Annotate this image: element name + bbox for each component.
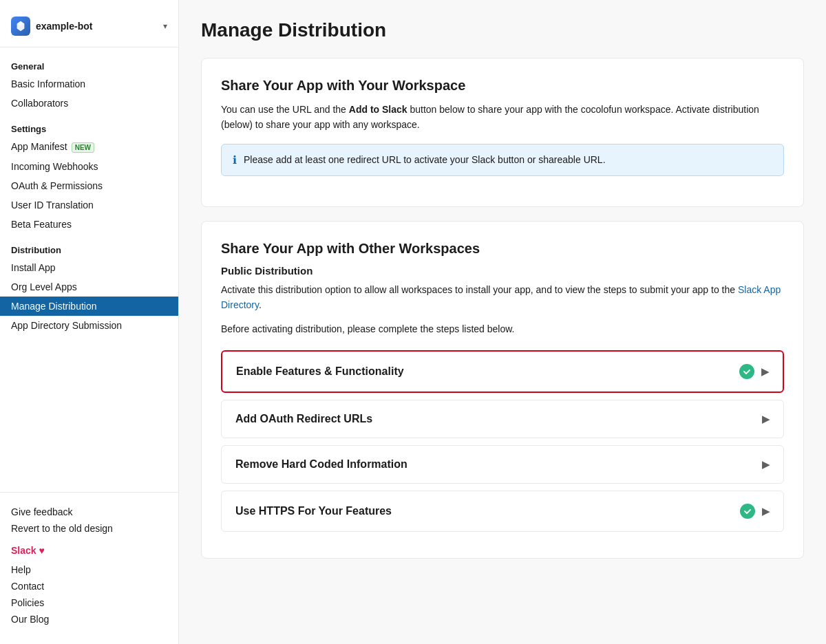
sidebar-slack-love: Slack ♥ [11, 542, 167, 559]
info-box-text: Please add at least one redirect URL to … [244, 153, 606, 167]
sidebar-item-app-directory-submission[interactable]: App Directory Submission [0, 316, 178, 335]
expand-row-use-https-title: Use HTTPS For Your Features [235, 505, 392, 517]
expand-row-use-https-header[interactable]: Use HTTPS For Your Features ▶ [222, 491, 783, 531]
sidebar-footer: Give feedback Revert to the old design S… [0, 492, 178, 633]
expand-row-remove-hard-coded-title: Remove Hard Coded Information [235, 458, 407, 471]
main-content: Manage Distribution Share Your App with … [179, 0, 826, 644]
expand-row-add-oauth-right: ▶ [762, 414, 770, 425]
distribution-section-label: Distribution [0, 239, 178, 258]
sidebar-item-basic-information[interactable]: Basic Information [0, 74, 178, 94]
expand-row-enable-features-title: Enable Features & Functionality [236, 365, 404, 378]
expand-row-enable-features-right: ▶ [739, 364, 769, 379]
info-circle-icon: ℹ [233, 153, 237, 167]
expand-row-enable-features: Enable Features & Functionality ▶ [221, 350, 784, 393]
sidebar-section-general: General Basic Information Collaborators [0, 56, 178, 113]
app-selector[interactable]: example-bot ▾ [0, 11, 178, 47]
share-other-title: Share Your App with Other Workspaces [221, 241, 784, 257]
sidebar-footer-give-feedback[interactable]: Give feedback [11, 504, 167, 520]
expand-rows-list: Enable Features & Functionality ▶ Add OA… [221, 350, 784, 532]
expand-row-add-oauth: Add OAuth Redirect URLs ▶ [221, 400, 784, 438]
general-section-label: General [0, 56, 178, 74]
sidebar-section-settings: Settings App ManifestNEW Incoming Webhoo… [0, 118, 178, 234]
expand-row-use-https: Use HTTPS For Your Features ▶ [221, 491, 784, 532]
sidebar-bottom-links: Help Contact Policies Our Blog [11, 561, 167, 627]
enable-features-check-circle [739, 364, 754, 379]
public-distribution-subtitle: Public Distribution [221, 265, 784, 277]
enable-features-chevron: ▶ [761, 366, 769, 377]
expand-row-remove-hard-coded-right: ▶ [762, 459, 770, 470]
share-workspace-card: Share Your App with Your Workspace You c… [201, 58, 804, 207]
sidebar-item-user-id-translation[interactable]: User ID Translation [0, 195, 178, 215]
sidebar-item-beta-features[interactable]: Beta Features [0, 215, 178, 234]
share-other-workspaces-card: Share Your App with Other Workspaces Pub… [201, 221, 804, 559]
sidebar-item-install-app[interactable]: Install App [0, 258, 178, 277]
add-oauth-chevron: ▶ [762, 414, 770, 425]
sidebar-item-collaborators[interactable]: Collaborators [0, 94, 178, 113]
use-https-check-circle [740, 504, 755, 519]
sidebar-help[interactable]: Help [11, 561, 167, 578]
sidebar: example-bot ▾ General Basic Information … [0, 0, 179, 644]
use-https-chevron: ▶ [762, 506, 770, 517]
app-selector-chevron: ▾ [163, 21, 167, 31]
sidebar-footer-revert-design[interactable]: Revert to the old design [11, 520, 167, 537]
expand-row-remove-hard-coded: Remove Hard Coded Information ▶ [221, 445, 784, 484]
redirect-url-info-box: ℹ Please add at least one redirect URL t… [221, 144, 784, 176]
settings-section-label: Settings [0, 118, 178, 137]
remove-hard-coded-chevron: ▶ [762, 459, 770, 470]
expand-row-remove-hard-coded-header[interactable]: Remove Hard Coded Information ▶ [222, 446, 783, 483]
sidebar-item-incoming-webhooks[interactable]: Incoming Webhooks [0, 157, 178, 176]
sidebar-our-blog[interactable]: Our Blog [11, 611, 167, 627]
app-name: example-bot [36, 21, 158, 32]
page-title: Manage Distribution [201, 19, 804, 41]
sidebar-item-app-manifest[interactable]: App ManifestNEW [0, 137, 178, 157]
pre-activate-text: Before activating distribution, please c… [221, 321, 784, 336]
share-workspace-description: You can use the URL and the Add to Slack… [221, 102, 784, 133]
app-icon [11, 17, 30, 36]
expand-row-use-https-right: ▶ [740, 504, 770, 519]
sidebar-section-distribution: Distribution Install App Org Level Apps … [0, 239, 178, 335]
heart-icon: ♥ [39, 545, 45, 556]
sidebar-policies[interactable]: Policies [11, 594, 167, 611]
public-distribution-text: Activate this distribution option to all… [221, 282, 784, 313]
sidebar-item-manage-distribution[interactable]: Manage Distribution [0, 297, 178, 316]
expand-row-add-oauth-header[interactable]: Add OAuth Redirect URLs ▶ [222, 400, 783, 438]
share-workspace-title: Share Your App with Your Workspace [221, 78, 784, 94]
sidebar-item-org-level-apps[interactable]: Org Level Apps [0, 277, 178, 297]
expand-row-enable-features-header[interactable]: Enable Features & Functionality ▶ [222, 352, 783, 391]
sidebar-item-oauth-permissions[interactable]: OAuth & Permissions [0, 176, 178, 195]
expand-row-add-oauth-title: Add OAuth Redirect URLs [235, 413, 372, 425]
new-badge: NEW [72, 142, 94, 153]
sidebar-contact[interactable]: Contact [11, 578, 167, 594]
